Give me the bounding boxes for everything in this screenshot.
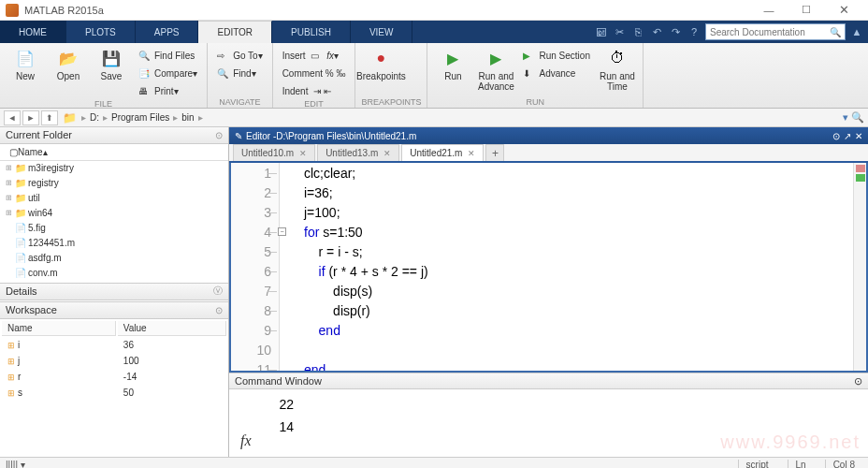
ribbon-tab-apps[interactable]: APPS (136, 21, 199, 43)
save-button[interactable]: 💾Save (92, 45, 131, 81)
ribbon-tab-editor[interactable]: EDITOR (198, 21, 272, 43)
current-folder-panel: Current Folder⊙ ▢ Name ▴ ⊞📁m3iregistry⊞📁… (0, 127, 228, 283)
panel-menu-icon[interactable]: ⊙ (215, 305, 223, 315)
details-panel: Detailsⓥ (0, 283, 228, 301)
workspace-table: NameValue ⊞i36⊞j100⊞r-14⊞s50 (0, 319, 228, 402)
code-area[interactable]: clc;clear; i=36; j=100; for s=1:50 r = i… (280, 163, 866, 371)
qat-redo-icon[interactable]: ↷ (668, 24, 683, 39)
left-column: Current Folder⊙ ▢ Name ▴ ⊞📁m3iregistry⊞📁… (0, 127, 229, 457)
new-file-icon: 📄 (14, 47, 36, 69)
code-minimap[interactable] (853, 163, 866, 371)
maximize-button[interactable]: ☐ (788, 1, 825, 20)
ws-col-value[interactable]: Value (118, 321, 226, 336)
run-icon: ▶ (441, 47, 464, 69)
address-bar: ◄ ► ⬆ 📁 ▸ D: ▸ Program Files ▸ bin ▸ ▾ 🔍 (0, 109, 868, 127)
run-and-time-button[interactable]: ⏱Run and Time (598, 45, 637, 92)
qat-copy-icon[interactable]: ⎘ (630, 24, 645, 39)
ribbon-tab-publish[interactable]: PUBLISH (272, 21, 351, 43)
command-window[interactable]: fx 22 14 www.9969.net (229, 389, 868, 457)
search-icon[interactable]: 🔍 (830, 27, 841, 37)
qat-help-icon[interactable]: ? (687, 24, 702, 39)
ribbon-tab-home[interactable]: HOME (0, 21, 66, 43)
indent-button[interactable]: Indent ⇥ ⇤ (279, 82, 350, 99)
ribbon-tab-strip: HOME PLOTS APPS EDITOR PUBLISH VIEW 🗟 ✂ … (0, 21, 868, 43)
compare-button[interactable]: 📑Compare ▾ (135, 65, 201, 81)
editor-undock-icon[interactable]: ↗ (844, 131, 851, 141)
ribbon-tab-view[interactable]: VIEW (351, 21, 413, 43)
panel-expand-icon[interactable]: ⓥ (213, 285, 223, 298)
file-row[interactable]: ⊞📁registry (0, 176, 228, 191)
print-button[interactable]: 🖶Print ▾ (135, 82, 201, 99)
workspace-row[interactable]: ⊞i36 (2, 338, 226, 352)
qat-undo-icon[interactable]: ↶ (649, 24, 664, 39)
editor-icon: ✎ (235, 131, 242, 141)
run-and-advance-button[interactable]: ▶Run and Advance (476, 45, 515, 92)
current-folder-header[interactable]: Current Folder⊙ (0, 127, 228, 144)
search-input[interactable] (710, 27, 830, 37)
file-row[interactable]: ⊞📁win64 (0, 206, 228, 221)
ribbon-collapse-icon[interactable]: ▲ (849, 24, 864, 39)
file-row[interactable]: 📄conv.m (0, 266, 228, 281)
breakpoints-button[interactable]: ●Breakpoints (361, 45, 400, 81)
workspace-panel: Workspace⊙ NameValue ⊞i36⊞j100⊞r-14⊞s50 (0, 301, 228, 458)
editor-body: 1— 2— 3— 4—− 5— 6— 7— 8— 9— 10 11— clc;c… (229, 163, 868, 373)
tab-close-icon[interactable]: ✕ (299, 149, 307, 158)
insert-button[interactable]: Insert ▭ fx ▾ (279, 47, 350, 64)
workspace-header[interactable]: Workspace⊙ (0, 302, 228, 319)
open-button[interactable]: 📂Open (49, 45, 88, 81)
editor-tab-strip: Untitled10.m✕ Untitled13.m✕ Untitled21.m… (229, 144, 868, 163)
find-icon: 🔍 (217, 68, 230, 79)
comment-button[interactable]: Comment % ‰ (279, 65, 350, 81)
new-button[interactable]: 📄New (6, 45, 45, 81)
nav-up-button[interactable]: ⬆ (41, 110, 58, 125)
panel-menu-icon[interactable]: ⊙ (854, 375, 862, 388)
search-documentation[interactable]: 🔍 (705, 23, 846, 40)
breadcrumb-1[interactable]: Program Files (109, 112, 171, 123)
status-bar: ||||| ▾ script Ln Col 8 (0, 457, 868, 468)
qat-icon[interactable]: 🗟 (593, 24, 608, 39)
panel-menu-icon[interactable]: ⊙ (215, 130, 223, 140)
editor-tab-1[interactable]: Untitled13.m✕ (317, 144, 399, 161)
command-window-header[interactable]: Command Window⊙ (229, 373, 868, 389)
find-button[interactable]: 🔍Find ▾ (213, 65, 267, 81)
file-row[interactable]: ⊞📁m3iregistry (0, 161, 228, 176)
tab-close-icon[interactable]: ✕ (468, 149, 475, 158)
file-name-column[interactable]: ▢ Name ▴ (0, 144, 228, 161)
file-row[interactable]: 📄5.fig (0, 221, 228, 236)
run-button[interactable]: ▶Run (433, 45, 472, 81)
breadcrumb-2[interactable]: bin (180, 112, 195, 123)
editor-title-bar[interactable]: ✎ Editor - D:\Program Files\bin\Untitled… (229, 127, 868, 144)
workspace-row[interactable]: ⊞s50 (2, 386, 226, 400)
goto-button[interactable]: ⇨Go To ▾ (213, 47, 267, 64)
workspace-row[interactable]: ⊞r-14 (2, 370, 226, 384)
path-search-icon[interactable]: ▾ 🔍 (843, 111, 864, 124)
editor-close-icon[interactable]: ✕ (855, 131, 862, 141)
qat-cut-icon[interactable]: ✂ (612, 24, 627, 39)
ribbon-group-edit: Insert ▭ fx ▾ Comment % ‰ Indent ⇥ ⇤ EDI… (273, 43, 356, 108)
editor-tab-2[interactable]: Untitled21.m✕ (401, 144, 484, 161)
workspace-row[interactable]: ⊞j100 (2, 354, 226, 368)
breadcrumb-drive[interactable]: D: (88, 112, 101, 123)
file-row[interactable]: 📄asdfg.m (0, 251, 228, 266)
ws-col-name[interactable]: Name (2, 321, 116, 336)
nav-fwd-button[interactable]: ► (22, 110, 39, 125)
app-title: MATLAB R2015a (24, 5, 750, 16)
file-row[interactable]: 📄1234451.m (0, 236, 228, 251)
ribbon-group-file: 📄New 📂Open 💾Save 🔍Find Files 📑Compare ▾ … (0, 43, 208, 108)
details-header[interactable]: Detailsⓥ (0, 284, 228, 300)
editor-dropdown-icon[interactable]: ⊙ (832, 131, 840, 141)
file-list[interactable]: ⊞📁m3iregistry⊞📁registry⊞📁util⊞📁win64📄5.f… (0, 161, 228, 283)
advance-button[interactable]: ⬇Advance (519, 65, 593, 81)
ribbon-tab-plots[interactable]: PLOTS (66, 21, 136, 43)
close-button[interactable]: ✕ (825, 1, 862, 20)
editor-tab-0[interactable]: Untitled10.m✕ (233, 144, 315, 161)
find-files-button[interactable]: 🔍Find Files (135, 47, 201, 64)
minimize-button[interactable]: — (750, 1, 788, 20)
tab-close-icon[interactable]: ✕ (383, 149, 391, 158)
file-row[interactable]: ⊞📁util (0, 191, 228, 206)
new-tab-button[interactable]: + (485, 144, 504, 161)
nav-back-button[interactable]: ◄ (4, 110, 21, 125)
run-section-icon: ▶ (523, 51, 536, 61)
run-section-button[interactable]: ▶Run Section (519, 47, 593, 64)
status-col: Col 8 (825, 460, 862, 468)
